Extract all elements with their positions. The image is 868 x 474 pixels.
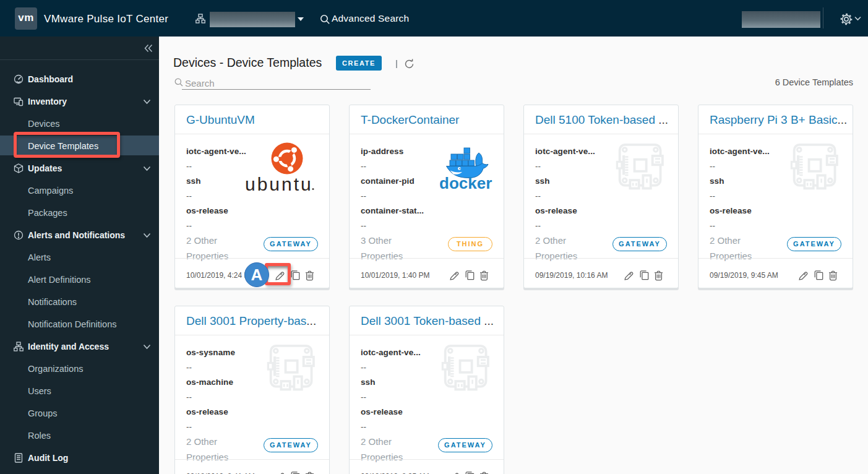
svg-text:docker: docker bbox=[440, 174, 492, 192]
svg-text:ubuntu: ubuntu bbox=[245, 174, 313, 194]
